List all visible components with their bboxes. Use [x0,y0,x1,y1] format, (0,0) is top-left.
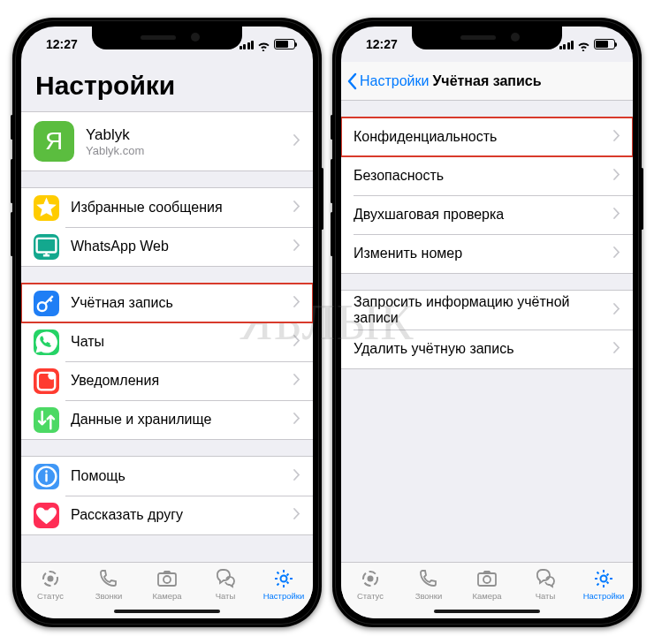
list-item[interactable]: Данные и хранилище [21,400,313,439]
list-item-label: Помощь [71,468,293,484]
svg-point-9 [281,576,287,582]
list-item[interactable]: Помощь [21,457,313,496]
list-item-label: Данные и хранилище [71,412,293,428]
list-item-label: Избранные сообщения [71,200,293,216]
svg-point-3 [48,372,55,379]
list-item-label: Удалить учётную запись [354,341,613,357]
chevron-right-icon [293,412,300,428]
list-item-label: Уведомления [71,373,293,389]
arrows-icon [34,407,59,433]
phone-right: 12:27 Настройки Учётная запись Конфиденц… [332,18,642,627]
list-item[interactable]: Чаты [21,322,313,361]
list-item-label: Учётная запись [71,295,293,311]
list-item-label: Конфиденциальность [354,129,613,145]
svg-point-13 [483,576,490,583]
avatar: Я [34,121,74,162]
status-time: 12:27 [366,37,398,51]
wifi-icon [257,40,270,49]
tab-label: Звонки [95,591,123,601]
tab-camera[interactable]: Камера [458,568,516,601]
chats-icon [214,568,237,589]
chevron-right-icon [293,373,300,389]
home-indicator [434,610,540,613]
svg-rect-0 [37,238,57,252]
back-label: Настройки [360,73,429,89]
group-profile: Я Yablyk Yablyk.com [21,111,313,171]
notch [412,27,562,49]
chevron-right-icon [293,200,300,216]
svg-point-11 [368,576,374,582]
tab-chats[interactable]: Чаты [196,568,255,601]
phone-icon [417,568,440,589]
tab-label: Камера [472,591,501,601]
nav-bar: Настройки Учётная запись [341,62,633,101]
monitor-icon [34,234,59,260]
chevron-right-icon [613,207,620,223]
back-button[interactable]: Настройки [346,72,429,90]
tab-label: Статус [37,591,64,601]
page-title: Настройки [21,62,313,108]
wifi-icon [577,40,590,49]
tab-label: Звонки [415,591,443,601]
whatsapp-icon [34,330,59,355]
heart-icon [34,503,59,528]
phone-left: 12:27 Настройки Я Yablyk Yablyk.com [12,18,322,627]
svg-point-6 [48,576,54,582]
list-item-label: Безопасность [354,168,613,184]
list-item-label: Рассказать другу [71,507,293,523]
gear-icon [592,568,615,589]
chats-icon [534,568,557,589]
star-icon [34,195,59,221]
chevron-right-icon [293,507,300,523]
info-icon [34,464,59,489]
tab-gear[interactable]: Настройки [255,568,313,601]
list-item[interactable]: Безопасность [341,156,633,195]
profile-sub: Yablyk.com [86,144,293,157]
list-item[interactable]: Удалить учётную запись [341,330,633,368]
phone-icon [97,568,120,589]
svg-point-1 [38,302,47,311]
group-privacy: КонфиденциальностьБезопасностьДвухшагова… [341,117,633,274]
tab-label: Настройки [583,591,625,601]
tab-label: Настройки [263,591,305,601]
tab-phone[interactable]: Звонки [399,568,458,601]
chevron-right-icon [613,168,620,184]
tab-label: Статус [357,591,384,601]
tab-camera[interactable]: Камера [138,568,196,601]
gear-icon [272,568,295,589]
tab-label: Чаты [536,591,556,601]
tab-gear[interactable]: Настройки [574,568,633,601]
nav-title: Учётная запись [432,73,541,89]
profile-name: Yablyk [86,126,293,144]
status-icon [359,568,382,589]
list-item[interactable]: WhatsApp Web [21,227,313,266]
list-item[interactable]: Учётная запись [21,284,313,322]
tab-chats[interactable]: Чаты [516,568,574,601]
chevron-right-icon [293,334,300,350]
svg-rect-12 [478,573,496,586]
svg-point-14 [601,576,607,582]
chevron-right-icon [293,295,300,311]
battery-icon [274,39,295,49]
camera-icon [475,568,498,589]
list-item[interactable]: Двухшаговая проверка [341,195,633,234]
svg-rect-7 [158,573,176,586]
svg-point-8 [164,576,171,583]
notif-icon [34,368,59,394]
list-item[interactable]: Запросить информацию учётной записи [341,291,633,330]
tab-status[interactable]: Статус [341,568,399,601]
chevron-right-icon [613,246,620,261]
tab-status[interactable]: Статус [21,568,80,601]
chevron-right-icon [613,341,620,357]
list-item[interactable]: Конфиденциальность [341,117,633,156]
list-item[interactable]: Рассказать другу [21,496,313,534]
tab-phone[interactable]: Звонки [80,568,138,601]
group-account-actions: Запросить информацию учётной записиУдали… [341,290,633,369]
row-profile[interactable]: Я Yablyk Yablyk.com [21,112,313,170]
list-item[interactable]: Изменить номер [341,234,633,273]
list-item[interactable]: Избранные сообщения [21,188,313,227]
list-item[interactable]: Уведомления [21,361,313,400]
list-item-label: Двухшаговая проверка [354,207,613,223]
signal-icon [559,40,574,49]
tab-label: Камера [152,591,181,601]
